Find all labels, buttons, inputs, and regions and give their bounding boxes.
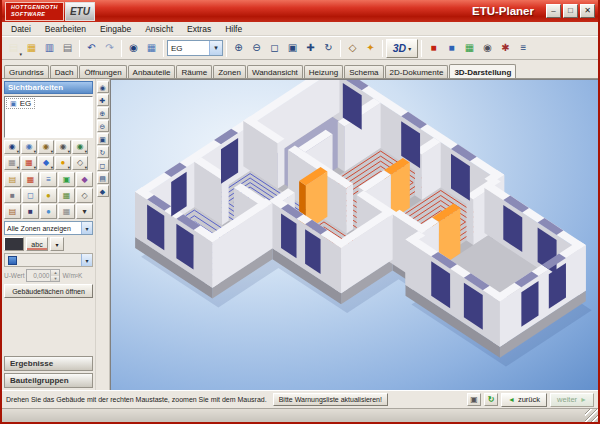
visibility-panel-header[interactable]: Sichtbarkeiten xyxy=(4,81,93,94)
reset-view-button[interactable]: ▣ xyxy=(467,393,481,406)
text-label-button[interactable]: abc xyxy=(26,237,48,251)
view-zoom-in[interactable]: ⊕ xyxy=(97,107,109,119)
swatch-dropdown-button[interactable]: ▾ xyxy=(50,237,64,251)
menu-eingabe[interactable]: Eingabe xyxy=(93,23,138,35)
camera-button[interactable]: ◉ xyxy=(479,39,496,58)
zoom-fit-button[interactable]: ▣ xyxy=(284,39,301,58)
tab-heizung[interactable]: Heizung xyxy=(304,65,343,78)
maximize-button[interactable]: □ xyxy=(563,4,578,18)
toggle-dimensions[interactable]: ◇▾ xyxy=(72,156,88,170)
spin-down-icon[interactable]: ▼ xyxy=(51,276,59,282)
3d-scene[interactable] xyxy=(111,80,598,390)
wall-tool-button[interactable]: ■ xyxy=(443,39,460,58)
uwert-spinner[interactable]: 0,000 ▲▼ xyxy=(26,269,60,282)
visibility-eye-button[interactable]: ◉ xyxy=(125,39,142,58)
view-front[interactable]: ◻ xyxy=(97,159,109,171)
color-swatch-button[interactable] xyxy=(4,237,24,251)
open-project-button[interactable]: ▦ xyxy=(23,39,40,58)
show-north[interactable]: ● xyxy=(40,188,57,203)
render-settings-button[interactable]: ✱ xyxy=(497,39,514,58)
tab-anbauteile[interactable]: Anbauteile xyxy=(128,65,176,78)
menu-ansicht[interactable]: Ansicht xyxy=(138,23,180,35)
back-button[interactable]: ◄zurück xyxy=(501,393,547,407)
dropdown-arrow-icon[interactable]: ▾ xyxy=(209,41,222,55)
view-top[interactable]: ▤ xyxy=(97,172,109,184)
roof-tool-button[interactable]: ■ xyxy=(425,39,442,58)
zoom-window-button[interactable]: ◻ xyxy=(266,39,283,58)
show-shadows[interactable]: ■ xyxy=(22,204,39,219)
toggle-walls[interactable]: ◉▾ xyxy=(4,140,20,154)
measure-button[interactable]: ◇ xyxy=(344,39,361,58)
next-button[interactable]: weiter► xyxy=(550,393,594,407)
more-tools[interactable]: ▾ xyxy=(76,204,93,219)
spinner-arrows[interactable]: ▲▼ xyxy=(50,270,59,281)
resize-grip[interactable] xyxy=(585,409,598,422)
view-rotate[interactable]: ↻ xyxy=(97,146,109,158)
menu-extras[interactable]: Extras xyxy=(180,23,218,35)
toggle-windows[interactable]: ◉▾ xyxy=(21,140,37,154)
refresh-button[interactable]: ↻ xyxy=(484,393,498,406)
zoom-out-button[interactable]: ⊖ xyxy=(248,39,265,58)
toggle-heating[interactable]: ▦▾ xyxy=(21,156,37,170)
toggle-electric[interactable]: ●▾ xyxy=(55,156,71,170)
menu-datei[interactable]: Datei xyxy=(4,23,38,35)
rotate-view-button[interactable]: ↻ xyxy=(320,39,337,58)
dropdown-arrow-icon[interactable]: ▾ xyxy=(81,222,92,234)
floor-list[interactable]: ▣ EG xyxy=(4,96,93,138)
show-terrain[interactable]: ▦ xyxy=(58,188,75,203)
menu-hilfe[interactable]: Hilfe xyxy=(218,23,249,35)
daylight-button[interactable]: ✦ xyxy=(362,39,379,58)
component-groups-panel-button[interactable]: Bauteilgruppen xyxy=(4,373,93,388)
toggle-sanitary[interactable]: ◆▾ xyxy=(38,156,54,170)
grid-toggle-button[interactable]: ▦ xyxy=(143,39,160,58)
3d-viewport[interactable] xyxy=(110,79,598,390)
tab-grundriss[interactable]: Grundriss xyxy=(4,65,49,78)
show-pipes[interactable]: ≡ xyxy=(40,172,57,187)
show-roof[interactable]: ◆ xyxy=(76,172,93,187)
show-floor-covering[interactable]: ▤ xyxy=(4,172,21,187)
show-openings[interactable]: ◻ xyxy=(22,188,39,203)
show-raster[interactable]: ▦ xyxy=(58,204,75,219)
tab-räume[interactable]: Räume xyxy=(176,65,212,78)
open-building-surfaces-button[interactable]: Gebäudeflächen öffnen xyxy=(4,284,93,298)
results-panel-button[interactable]: Ergebnisse xyxy=(4,356,93,371)
view-zoom-out[interactable]: ⊖ xyxy=(97,120,109,132)
layers-button[interactable]: ≡ xyxy=(515,39,532,58)
close-button[interactable]: ✕ xyxy=(580,4,595,18)
tab-wandansicht[interactable]: Wandansicht xyxy=(247,65,303,78)
show-walls[interactable]: ■ xyxy=(4,188,21,203)
tab-dach[interactable]: Dach xyxy=(50,65,79,78)
view-pan[interactable]: ✚ xyxy=(97,94,109,106)
show-photo[interactable]: ▤ xyxy=(4,204,21,219)
minimize-button[interactable]: – xyxy=(546,4,561,18)
pan-button[interactable]: ✚ xyxy=(302,39,319,58)
undo-button[interactable]: ↶ xyxy=(83,39,100,58)
save-button[interactable]: ▥ xyxy=(41,39,58,58)
view-iso[interactable]: ◆ xyxy=(97,185,109,197)
tab-öffnungen[interactable]: Öffnungen xyxy=(79,65,126,78)
tab-2d-dokumente[interactable]: 2D-Dokumente xyxy=(385,65,449,78)
show-heating-circuits[interactable]: ▦ xyxy=(22,172,39,187)
menu-bearbeiten[interactable]: Bearbeiten xyxy=(38,23,93,35)
show-zones[interactable]: ▣ xyxy=(58,172,75,187)
show-axes[interactable]: ◇ xyxy=(76,188,93,203)
zoom-in-button[interactable]: ⊕ xyxy=(230,39,247,58)
texture-tool-button[interactable]: ▦ xyxy=(461,39,478,58)
new-document-button[interactable]: ▤▾ xyxy=(5,39,22,58)
toggle-labels[interactable]: ◉▾ xyxy=(72,140,88,154)
tab-zonen[interactable]: Zonen xyxy=(213,65,246,78)
titlebar[interactable]: HOTTGENROTH SOFTWARE ETU ETU-Planer –□✕ xyxy=(2,0,598,22)
zone-filter-select[interactable]: Alle Zonen anzeigen ▾ xyxy=(4,221,93,235)
toggle-furniture[interactable]: ▦▾ xyxy=(4,156,20,170)
update-warning-list-button[interactable]: Bitte Warnungsliste aktualisieren! xyxy=(273,393,388,406)
view-camera[interactable]: ◉ xyxy=(97,81,109,93)
tab-schema[interactable]: Schema xyxy=(344,65,383,78)
show-sky[interactable]: ● xyxy=(40,204,57,219)
tab-3d-darstellung[interactable]: 3D-Darstellung xyxy=(449,64,516,78)
floor-list-item-eg[interactable]: ▣ EG xyxy=(6,98,35,109)
floor-select[interactable]: EG▾ xyxy=(167,40,223,56)
view-fit[interactable]: ▣ xyxy=(97,133,109,145)
toggle-rooms[interactable]: ◉▾ xyxy=(55,140,71,154)
redo-button[interactable]: ↷ xyxy=(101,39,118,58)
toggle-doors[interactable]: ◉▾ xyxy=(38,140,54,154)
